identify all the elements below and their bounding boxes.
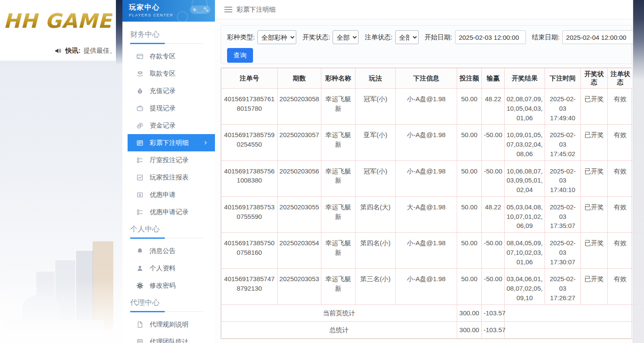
cell-period: 20250203056 — [278, 160, 321, 196]
summary-bet-total: 300.00 — [457, 305, 482, 321]
search-button[interactable]: 查询 — [227, 48, 253, 63]
sidebar-item-label: 修改密码 — [150, 282, 176, 290]
sidebar-item-agent-rules[interactable]: 代理规则说明 — [128, 316, 215, 333]
end-date-label: 结束日期: — [532, 33, 560, 42]
page: HH GAME 快讯: 提供最佳、 玩家中心 PLAYERS CENTER 财务… — [0, 0, 644, 343]
cell-bet-time: 2025-02-03 17:40:10 — [545, 160, 581, 196]
sidebar-item-label: 厅室投注记录 — [150, 156, 189, 164]
sidebar-item-withdraw-records[interactable]: 提现记录 — [128, 99, 215, 117]
column-header-bet-time: 下注时间 — [545, 68, 581, 89]
sidebar-item-label: 存款专区 — [150, 52, 176, 61]
cell-bet-info: 小-A盘@1.98 — [396, 160, 457, 196]
sidebar-item-recharge-records[interactable]: 充值记录 — [128, 82, 215, 99]
sidebar-item-deposit-zone[interactable]: 存款专区 — [128, 48, 215, 65]
sidebar-item-player-bet-report[interactable]: 玩家投注报表 — [128, 169, 215, 186]
sidebar-item-notice[interactable]: 消息公告 — [128, 242, 215, 260]
sidebar-item-lottery-bet-details[interactable]: 彩票下注明细 — [128, 134, 215, 151]
logo-box: HH GAME — [0, 0, 116, 41]
cell-bet-time: 2025-02-03 17:35:07 — [545, 196, 581, 232]
cell-win-loss: -50.00 — [482, 269, 505, 305]
sidebar-item-agent-team-stats[interactable]: 代理团队统计 — [128, 333, 215, 343]
cell-lottery-name: 幸运飞艇新 — [321, 233, 356, 269]
money-bag-icon — [136, 87, 144, 95]
players-center-title: 玩家中心 — [129, 3, 160, 12]
background-right-strip — [633, 0, 644, 343]
left-brand-panel: HH GAME 快讯: 提供最佳、 — [0, 0, 122, 343]
cell-period: 20250203054 — [278, 233, 321, 269]
cell-bet-amount: 50.00 — [457, 89, 482, 125]
cell-order-status: 有效 — [608, 125, 633, 160]
start-date-input[interactable] — [455, 30, 526, 44]
sidebar-item-label: 优惠申请 — [150, 191, 176, 199]
table-row: 40156917385756100838020250203056幸运飞艇新冠军(… — [221, 160, 633, 196]
cell-win-loss: 48.22 — [482, 196, 505, 232]
main-panel: 彩票下注明细 彩种类型: 全部彩种 开奖状态: 全部 注单状态: 全部 — [215, 0, 633, 343]
background-fade — [0, 278, 122, 343]
cell-lottery-name: 幸运飞艇新 — [321, 125, 356, 160]
sidebar-item-label: 优惠申请记录 — [150, 208, 189, 216]
sidebar-item-profile[interactable]: 个人资料 — [128, 260, 215, 277]
cell-play-type: 冠军(小) — [356, 89, 396, 125]
section-underline — [130, 43, 203, 44]
cell-draw-status: 已开奖 — [581, 233, 608, 269]
sidebar-item-label: 充值记录 — [150, 87, 176, 95]
table-row: 40156917385747879213020250203053幸运飞艇新第三名… — [221, 269, 633, 305]
cell-draw-status: 已开奖 — [581, 196, 608, 232]
cell-play-type: 第三名(小) — [356, 269, 396, 305]
coins-icon — [136, 122, 144, 129]
cell-lottery-name: 幸运飞艇新 — [321, 89, 356, 125]
sidebar-item-label: 玩家投注报表 — [150, 173, 189, 182]
sidebar-item-change-password[interactable]: 修改密码 — [128, 277, 215, 294]
sidebar-item-label: 彩票下注明细 — [150, 139, 189, 147]
cell-win-loss: -50.00 — [482, 125, 505, 160]
start-date-label: 开始日期: — [425, 33, 452, 42]
summary-win-loss: -103.57 — [482, 305, 505, 321]
cell-lottery-name: 幸运飞艇新 — [321, 160, 356, 196]
summary-row: 总统计300.00-103.57 — [221, 321, 633, 338]
cell-draw-result: 10,06,08,07,03,09,05,01,02,04 — [505, 160, 545, 196]
order-status-select[interactable]: 全部 — [395, 30, 419, 44]
cell-bet-info: 小-A盘@1.98 — [396, 89, 457, 125]
cell-draw-status: 已开奖 — [581, 89, 608, 125]
column-header-order-status: 注单状态 — [608, 68, 633, 89]
cell-bet-time: 2025-02-03 17:26:27 — [545, 269, 581, 305]
cell-play-type: 第四名(大) — [356, 196, 396, 232]
cell-period: 20250203053 — [278, 269, 321, 305]
sidebar-item-label: 取款专区 — [150, 70, 176, 78]
order-status-label: 注单状态: — [365, 33, 392, 42]
column-header-draw-status: 开奖状态 — [581, 68, 608, 89]
decor-ring — [177, 11, 188, 22]
sidebar-item-promo-apply-records[interactable]: 优惠申请记录 — [128, 203, 215, 221]
end-date-input[interactable] — [562, 30, 633, 44]
news-ticker: 快讯: 提供最佳、 — [0, 41, 116, 61]
ticker-label: 快讯: — [65, 47, 80, 55]
list-squares-icon — [136, 208, 144, 216]
lottery-type-select[interactable]: 全部彩种 — [257, 30, 296, 44]
summary-win-loss: -103.57 — [482, 321, 505, 338]
sidebar-item-funds-records[interactable]: 资金记录 — [128, 117, 215, 134]
team-book-icon — [136, 338, 144, 343]
sidebar-item-withdraw-zone[interactable]: 取款专区 — [128, 65, 215, 82]
menu-toggle-icon[interactable] — [224, 6, 232, 13]
cell-order-status: 有效 — [608, 233, 633, 269]
sidebar-item-hall-bet-records[interactable]: 厅室投注记录 — [128, 151, 215, 169]
sidebar-menu: 财务中心存款专区取款专区充值记录提现记录资金记录彩票下注明细厅室投注记录玩家投注… — [122, 22, 215, 343]
section-underline — [130, 311, 203, 312]
draw-status-select[interactable]: 全部 — [333, 30, 359, 44]
city-background — [0, 61, 122, 343]
logo: HH GAME — [3, 9, 112, 32]
lottery-type-label: 彩种类型: — [227, 33, 255, 42]
sidebar-item-promo-apply[interactable]: 优惠申请 — [128, 186, 215, 203]
cell-bet-info: 大-A盘@1.98 — [396, 196, 457, 232]
cell-win-loss: -50.00 — [482, 160, 505, 196]
column-header-bet-amount: 投注额 — [457, 68, 482, 89]
summary-label: 当前页统计 — [221, 305, 457, 321]
speaker-icon — [54, 47, 62, 54]
section-title: 财务中心 — [128, 26, 215, 40]
draw-status-label: 开奖状态: — [302, 33, 330, 42]
column-header-play-type: 玩法 — [356, 68, 396, 89]
cell-order-no: 401569173857618015780 — [221, 89, 278, 125]
cell-draw-status: 已开奖 — [581, 125, 608, 160]
cell-order-status: 有效 — [608, 269, 633, 305]
table-row: 40156917385761801578020250203058幸运飞艇新冠军(… — [221, 89, 633, 125]
